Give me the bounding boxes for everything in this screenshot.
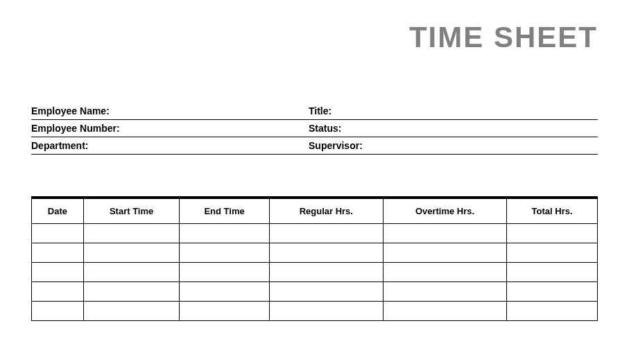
info-row: Employee Name: Title:: [31, 103, 598, 120]
col-date: Date: [32, 198, 84, 224]
cell: [383, 243, 506, 263]
col-overtime-hrs: Overtime Hrs.: [383, 198, 506, 224]
cell: [180, 302, 269, 321]
table-row: [32, 243, 598, 263]
info-row: Department: Supervisor:: [31, 137, 598, 155]
cell: [383, 263, 506, 282]
cell: [383, 224, 506, 243]
cell: [507, 224, 598, 243]
cell: [32, 224, 84, 243]
col-total-hrs: Total Hrs.: [507, 198, 598, 224]
cell: [83, 282, 180, 302]
cell: [507, 302, 598, 321]
cell: [32, 263, 84, 282]
status-label: Status:: [309, 123, 598, 134]
cell: [507, 263, 598, 282]
col-end-time: End Time: [180, 198, 269, 224]
cell: [383, 302, 506, 321]
cell: [180, 263, 269, 282]
cell: [269, 302, 383, 321]
cell: [32, 243, 84, 263]
table-header-row: Date Start Time End Time Regular Hrs. Ov…: [32, 198, 598, 224]
cell: [83, 263, 180, 282]
table-row: [32, 224, 598, 243]
cell: [269, 263, 383, 282]
cell: [269, 224, 383, 243]
col-regular-hrs: Regular Hrs.: [269, 198, 383, 224]
table-row: [32, 282, 598, 302]
timesheet-table: Date Start Time End Time Regular Hrs. Ov…: [31, 196, 598, 321]
cell: [83, 302, 180, 321]
employee-name-label: Employee Name:: [31, 105, 309, 116]
cell: [83, 243, 180, 263]
cell: [507, 282, 598, 302]
col-start-time: Start Time: [83, 198, 180, 224]
cell: [32, 282, 84, 302]
employee-info-section: Employee Name: Title: Employee Number: S…: [31, 103, 598, 155]
cell: [507, 243, 598, 263]
table-row: [32, 302, 598, 321]
cell: [269, 282, 383, 302]
cell: [269, 243, 383, 263]
supervisor-label: Supervisor:: [309, 140, 598, 151]
cell: [32, 302, 84, 321]
title-label: Title:: [309, 105, 598, 116]
cell: [180, 243, 269, 263]
department-label: Department:: [31, 140, 309, 151]
cell: [383, 282, 506, 302]
document-title: TIME SHEET: [31, 21, 598, 54]
cell: [180, 224, 269, 243]
cell: [180, 282, 269, 302]
info-row: Employee Number: Status:: [31, 120, 598, 137]
cell: [83, 224, 180, 243]
table-row: [32, 263, 598, 282]
employee-number-label: Employee Number:: [31, 123, 309, 134]
